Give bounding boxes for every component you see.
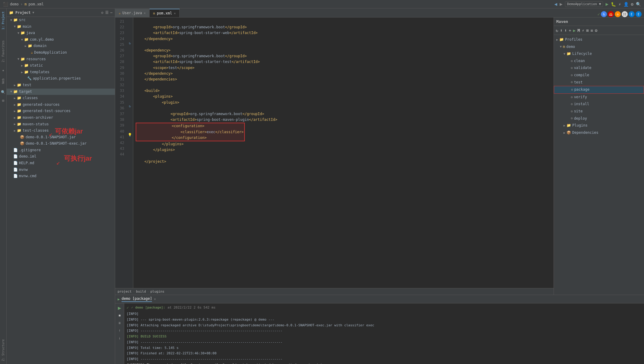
run-filter-btn[interactable]: ≡ <box>116 320 123 326</box>
side-icon-project[interactable]: 1: Project <box>1 10 5 31</box>
tab-user-java[interactable]: ☕ User.java × <box>115 9 150 17</box>
side-icon-structure-label[interactable]: Z: Structure <box>1 337 5 363</box>
breadcrumb-sep1: › <box>133 290 135 293</box>
breadcrumb-bar: project › build › plugins <box>115 288 554 295</box>
maven-package[interactable]: ⚙ package <box>554 86 644 94</box>
maven-dependencies-item[interactable]: ▶ 📦 Dependencies <box>554 129 644 136</box>
nav-back-icon[interactable]: ◀ <box>554 1 557 7</box>
lifecycle-arrow-icon: ▼ <box>564 51 565 57</box>
run-down-btn[interactable]: ↓ <box>116 335 123 341</box>
log-line-8: [INFO] Finished at: 2022-02-22T23:46:30+… <box>127 351 642 356</box>
tree-item-java[interactable]: ▼📁java <box>7 30 115 36</box>
tree-item-application-properties[interactable]: 🔧application.properties <box>7 75 115 82</box>
settings-btn[interactable]: ⚙ <box>631 2 633 7</box>
tree-item-mvnw[interactable]: 📄mvnw <box>7 167 115 173</box>
maven-install[interactable]: ⚙ install <box>554 101 644 108</box>
maven-plugins-item[interactable]: ▶ 📁 Plugins <box>554 122 644 129</box>
tree-item-help-md[interactable]: 📄HELP.md <box>7 160 115 167</box>
run-stop-btn[interactable]: ■ <box>116 312 123 319</box>
run-play-btn[interactable]: ▶ <box>116 305 123 311</box>
breadcrumb-build[interactable]: build <box>136 290 146 293</box>
maven-verify[interactable]: ⚙ verify <box>554 94 644 101</box>
tree-item-classes[interactable]: ▶📁classes <box>7 95 115 102</box>
maven-refresh-btn[interactable]: ↻ <box>555 27 559 33</box>
maven-clean[interactable]: ⚙ clean <box>554 58 644 65</box>
tree-item-src[interactable]: ▼📁src <box>7 17 115 24</box>
maven-settings-btn[interactable]: ⚙ <box>594 27 598 33</box>
maven-lifecycle-item[interactable]: ▼ 📁 Lifecycle <box>554 50 644 58</box>
tab-pom-xml[interactable]: m pom.xml × <box>150 9 180 17</box>
tree-item-test[interactable]: ▶📁test <box>7 82 115 89</box>
maven-download2-btn[interactable]: ⬇ <box>564 27 567 33</box>
tree-item-demoapplication[interactable]: ☕DemoApplication <box>7 49 115 56</box>
maven-deploy[interactable]: ⚙ deploy <box>554 115 644 122</box>
browser-icon-1[interactable]: G <box>601 11 607 17</box>
project-settings-icon[interactable]: ⚙ <box>101 11 103 15</box>
tree-item-maven-archiver[interactable]: ▶📁maven-archiver <box>7 115 115 121</box>
browser-icon-4[interactable]: IE <box>622 11 628 17</box>
run-tab-close[interactable]: × <box>154 297 156 301</box>
gutter: ↻ ↻ <box>127 17 133 288</box>
maven-demo-item[interactable]: ▼ m demo <box>554 43 644 51</box>
annotation-arrow2: ↙ <box>56 157 60 168</box>
maven-validate[interactable]: ⚙ validate <box>554 64 644 72</box>
more-btn[interactable]: ⚡ <box>618 2 621 7</box>
log-line-10: [WARNING] The requested profile "custom-… <box>127 362 642 364</box>
maven-test[interactable]: ⚙ test <box>554 79 644 86</box>
project-gear-icon[interactable]: ☰ <box>105 11 109 15</box>
browser-icon-2[interactable]: 🦊 <box>608 11 614 17</box>
run-status-text: ✓ demo [package]: <box>131 305 165 311</box>
run-up-btn[interactable]: ↑ <box>116 327 123 334</box>
tree-item-exec-jar[interactable]: 📦demo-0.0.1-SNAPSHOT-exec.jar <box>7 140 115 147</box>
maven-run-btn[interactable]: ▶ <box>573 27 576 33</box>
maven-m-btn[interactable]: M <box>577 27 580 33</box>
tree-item-com-yl-demo[interactable]: ▼📁com.yl.demo <box>7 36 115 43</box>
maven-add-btn[interactable]: + <box>568 27 572 33</box>
breadcrumb-project[interactable]: project <box>118 290 131 293</box>
browser-icon-3[interactable]: ⊙ <box>615 11 621 17</box>
run-btn[interactable]: ▶ <box>605 1 608 7</box>
tree-item-demo-iml[interactable]: 📄demo.iml <box>7 153 115 160</box>
tree-item-generated-sources[interactable]: ▶📁generated-sources <box>7 102 115 108</box>
breadcrumb-plugins[interactable]: plugins <box>150 290 164 293</box>
side-icon-structure[interactable]: ⊞ <box>2 99 4 103</box>
project-minimize-icon[interactable]: — <box>110 11 112 15</box>
maven-list-btn[interactable]: ≡ <box>590 27 594 33</box>
dependencies-label: Dependencies <box>572 130 598 136</box>
tree-item-gitignore[interactable]: 📄.gitignore <box>7 147 115 154</box>
search-everywhere-btn[interactable]: 🔍 <box>636 2 641 7</box>
tree-item-domain[interactable]: ▶📁domain <box>7 43 115 49</box>
install-icon: ⚙ <box>571 101 573 107</box>
tree-item-generated-test-sources[interactable]: ▶📁generated-test-sources <box>7 108 115 115</box>
code-content[interactable]: <groupId>org.springframework.boot</group… <box>133 17 554 288</box>
side-icon-favorites[interactable]: 2: Favorites <box>1 39 5 64</box>
side-icon-star[interactable]: ★ <box>2 68 4 72</box>
gutter-sync-25: ↻ <box>129 41 131 45</box>
maven-cols-btn[interactable]: ⊞ <box>586 27 589 33</box>
browser-icon-6[interactable]: E <box>636 11 642 17</box>
tree-item-main[interactable]: ▼📁main <box>7 24 115 30</box>
deploy-icon: ⚙ <box>571 115 573 121</box>
maven-site[interactable]: ⚙ site <box>554 108 644 115</box>
profile-btn[interactable]: 👤 <box>623 2 629 7</box>
debug-btn[interactable]: 🐛 <box>611 2 616 7</box>
tree-item-mvnw-cmd[interactable]: 📄mvnw.cmd <box>7 173 115 180</box>
maven-compile[interactable]: ⚙ compile <box>554 72 644 79</box>
browser-icon-5[interactable]: E <box>629 11 635 17</box>
tree-item-static[interactable]: ▶📁static <box>7 62 115 69</box>
tree-item-target[interactable]: ▼📁target <box>7 89 115 95</box>
side-icon-search[interactable]: 🔍 <box>1 90 5 94</box>
run-config-label[interactable]: DemoApplication ▼ <box>565 1 603 7</box>
maven-download-btn[interactable]: ⬇ <box>559 27 563 33</box>
run-tab-label[interactable]: demo [package] <box>122 297 152 302</box>
tab-close-pom-xml[interactable]: × <box>174 12 176 15</box>
tree-item-templates[interactable]: ▶📁templates <box>7 69 115 76</box>
nav-forward-icon[interactable]: ▶ <box>560 1 563 7</box>
maven-profiles-item[interactable]: ▶ 📁 Profiles <box>554 36 644 43</box>
project-dropdown-icon[interactable]: ▼ <box>33 11 34 14</box>
profiles-arrow-icon: ▶ <box>556 37 558 42</box>
tab-close-user-java[interactable]: × <box>144 11 146 15</box>
tree-item-resources[interactable]: ▼📁resources <box>7 56 115 63</box>
maven-lightning-btn[interactable]: ⚡ <box>581 27 585 33</box>
side-icon-web[interactable]: Web <box>1 77 5 86</box>
